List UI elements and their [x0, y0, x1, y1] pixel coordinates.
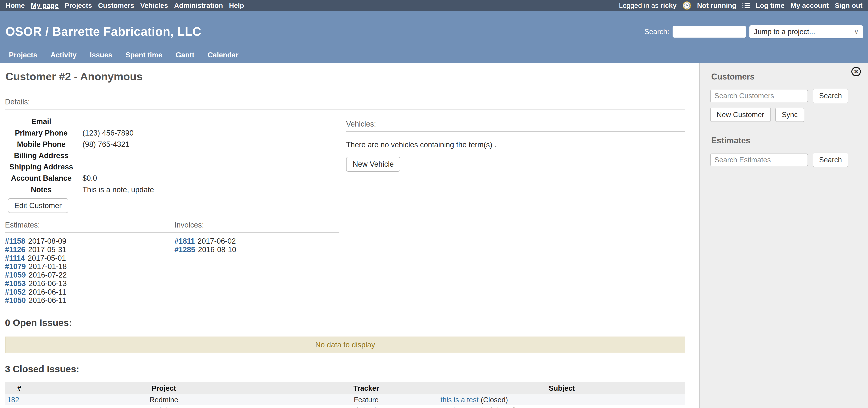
- menu-administration[interactable]: Administration: [174, 2, 223, 9]
- detail-row-email: Email: [5, 116, 346, 127]
- menu-vehicles[interactable]: Vehicles: [140, 2, 168, 9]
- search-estimates-input[interactable]: [710, 154, 808, 166]
- menu-help[interactable]: Help: [229, 2, 244, 9]
- site-header: OSOR / Barrette Fabrication, LLC Search:…: [0, 11, 868, 63]
- time-entries-list-icon[interactable]: [743, 3, 750, 8]
- vehicles-heading: Vehicles:: [346, 120, 685, 132]
- tab-issues[interactable]: Issues: [90, 51, 112, 59]
- my-account-link[interactable]: My account: [791, 2, 829, 9]
- username: ricky: [660, 2, 677, 9]
- sidebar-estimates-heading: Estimates: [711, 136, 868, 145]
- main-tabs: Projects Activity Issues Spent time Gant…: [9, 51, 238, 59]
- menu-my-page[interactable]: My page: [31, 2, 59, 9]
- new-vehicle-button[interactable]: New Vehicle: [346, 157, 400, 172]
- closed-issues-heading: 3 Closed Issues:: [5, 364, 685, 375]
- issue-status: (Closed): [481, 396, 508, 404]
- estimate-date: 2016-06-13: [29, 279, 67, 288]
- invoice-link[interactable]: #1285: [175, 245, 195, 254]
- estimate-link[interactable]: #1079: [5, 262, 26, 271]
- detail-row-notes: Notes This is a note, update: [5, 184, 346, 196]
- issue-subject-link[interactable]: this is a test: [440, 396, 478, 404]
- invoices-heading: Invoices:: [175, 221, 339, 233]
- estimate-link[interactable]: #1126: [5, 245, 25, 254]
- estimate-item: #10792017-01-18: [5, 262, 175, 271]
- page: Home My page Projects Customers Vehicles…: [0, 0, 868, 408]
- issue-row: 91 Barrette Fabrication, LLC Fabrication…: [5, 405, 685, 408]
- estimate-date: 2016-06-11: [29, 288, 66, 296]
- timer-status: Not running: [697, 2, 736, 9]
- estimates-heading: Estimates:: [5, 221, 175, 233]
- vehicles-section: Vehicles: There are no vehicles containi…: [346, 116, 685, 213]
- search-customers-button[interactable]: Search: [813, 89, 848, 103]
- tab-spent-time[interactable]: Spent time: [125, 51, 162, 59]
- project-jump-select[interactable]: Jump to a project... ∨: [749, 25, 863, 38]
- detail-value: This is a note, update: [78, 185, 154, 194]
- estimate-date: 2016-07-22: [29, 271, 67, 279]
- menu-projects[interactable]: Projects: [65, 2, 92, 9]
- search-input[interactable]: [673, 26, 746, 38]
- estimate-link[interactable]: #1053: [5, 279, 26, 288]
- issue-tracker: Feature: [294, 395, 438, 405]
- issue-subject-link[interactable]: Rocker Panels: [440, 406, 487, 408]
- invoice-link[interactable]: #1811: [175, 237, 195, 245]
- detail-label: Account Balance: [5, 174, 78, 182]
- sign-out-link[interactable]: Sign out: [835, 2, 863, 9]
- estimate-link[interactable]: #1114: [5, 254, 25, 262]
- log-time-link[interactable]: Log time: [756, 2, 784, 9]
- top-menu-bar: Home My page Projects Customers Vehicles…: [0, 0, 868, 11]
- logged-in-text: Logged in as ricky: [619, 2, 677, 9]
- issue-id-link[interactable]: 91: [7, 406, 15, 408]
- closed-issues-table: # Project Tracker Subject 182 Redmine Fe…: [5, 382, 685, 408]
- invoices-section: Invoices: #18112017-06-02 #12852016-08-1…: [175, 221, 339, 305]
- search-estimates-button[interactable]: Search: [813, 152, 848, 167]
- detail-row-shipping-address: Shipping Address: [5, 161, 346, 173]
- detail-label: Email: [5, 117, 78, 126]
- nodata-box: No data to display: [5, 337, 685, 353]
- header-search-area: Search: Jump to a project... ∨: [644, 25, 863, 38]
- estimate-link[interactable]: #1052: [5, 288, 26, 296]
- estimate-link[interactable]: #1059: [5, 271, 26, 279]
- search-customers-input[interactable]: [710, 90, 808, 102]
- open-issues-heading: 0 Open Issues:: [5, 317, 685, 328]
- issue-project: Redmine: [150, 396, 178, 404]
- menu-home[interactable]: Home: [5, 2, 25, 9]
- table-header-row: # Project Tracker Subject: [5, 382, 685, 395]
- main-content: Customer #2 - Anonymous Details: Email P…: [0, 63, 699, 408]
- estimate-date: 2017-01-18: [29, 262, 67, 271]
- tab-gantt[interactable]: Gantt: [176, 51, 194, 59]
- invoice-date: 2017-06-02: [197, 237, 236, 245]
- sync-button[interactable]: Sync: [775, 108, 804, 122]
- estimates-list: #11582017-08-09 #11262017-05-31 #1114201…: [5, 237, 175, 305]
- search-label: Search:: [644, 28, 669, 36]
- site-title: OSOR / Barrette Fabrication, LLC: [5, 25, 202, 38]
- estimate-item: #11262017-05-31: [5, 245, 175, 254]
- timer-clock-icon[interactable]: [683, 1, 691, 10]
- sidebar: ✕ Customers Search New Customer Sync Est…: [699, 63, 868, 408]
- tab-projects[interactable]: Projects: [9, 51, 37, 59]
- close-sidebar-icon[interactable]: ✕: [851, 67, 861, 76]
- edit-customer-button[interactable]: Edit Customer: [8, 198, 68, 213]
- project-jump-value: Jump to a project...: [754, 28, 815, 36]
- menu-customers[interactable]: Customers: [98, 2, 134, 9]
- issue-project-link[interactable]: Barrette Fabrication, LLC: [124, 406, 204, 408]
- estimate-item: #10592016-07-22: [5, 271, 175, 279]
- tab-activity[interactable]: Activity: [51, 51, 76, 59]
- detail-value: (123) 456-7890: [78, 129, 133, 137]
- estimate-date: 2017-08-09: [28, 237, 66, 245]
- issue-id-link[interactable]: 182: [7, 396, 19, 404]
- detail-value: (98) 765-4321: [78, 140, 129, 149]
- estimate-item: #10502016-06-11: [5, 296, 175, 305]
- column-project: Project: [33, 382, 294, 395]
- detail-label: Shipping Address: [5, 163, 78, 171]
- estimate-item: #10532016-06-13: [5, 279, 175, 288]
- new-customer-button[interactable]: New Customer: [710, 108, 771, 122]
- detail-label: Billing Address: [5, 151, 78, 160]
- estimate-link[interactable]: #1158: [5, 237, 25, 245]
- tab-calendar[interactable]: Calendar: [208, 51, 238, 59]
- estimates-section: Estimates: #11582017-08-09 #11262017-05-…: [5, 221, 175, 305]
- issue-tracker: Fabrication: [294, 405, 438, 408]
- detail-label: Mobile Phone: [5, 140, 78, 149]
- estimate-link[interactable]: #1050: [5, 296, 26, 305]
- detail-row-mobile-phone: Mobile Phone (98) 765-4321: [5, 139, 346, 150]
- top-menu: Home My page Projects Customers Vehicles…: [5, 2, 244, 9]
